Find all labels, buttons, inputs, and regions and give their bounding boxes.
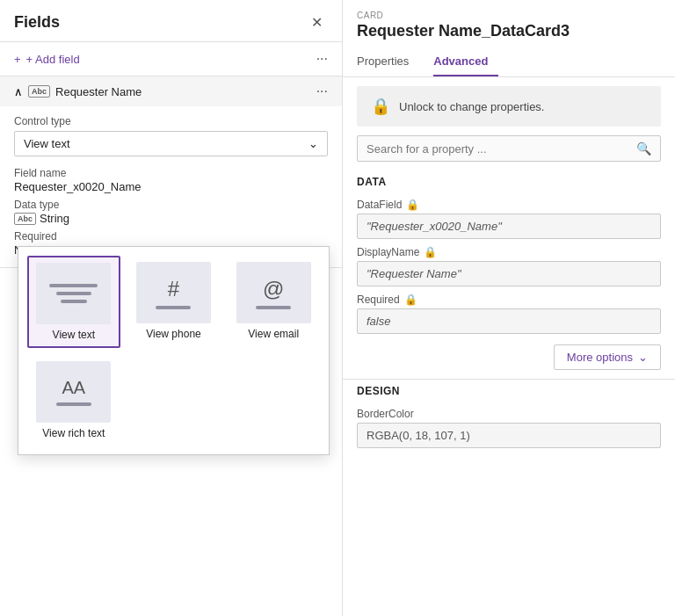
- design-section-header: DESIGN: [343, 379, 675, 402]
- picker-label-view-phone: View phone: [146, 328, 201, 340]
- data-type-key: Data type: [14, 199, 328, 211]
- picker-item-view-phone[interactable]: # View phone: [127, 256, 221, 348]
- more-options-label: More options: [567, 351, 633, 364]
- data-section-header: DATA: [343, 170, 675, 193]
- data-type-value: Abc String: [14, 212, 328, 225]
- add-field-more-button[interactable]: ···: [316, 51, 328, 67]
- richtext-char: AA: [62, 378, 85, 398]
- displayname-input: "Requester Name": [357, 261, 661, 286]
- right-panel: CARD Requester Name_DataCard3 Properties…: [343, 0, 675, 616]
- more-options-button[interactable]: More options ⌄: [554, 344, 661, 370]
- email-line: [256, 306, 291, 309]
- border-color-row: BorderColor RGBA(0, 18, 107, 1): [343, 402, 675, 450]
- email-char: @: [263, 277, 284, 301]
- datafield-row: DataField 🔒 "Requester_x0020_Name": [343, 193, 675, 241]
- border-color-label: BorderColor: [357, 408, 661, 420]
- control-type-label: Control type: [14, 115, 328, 127]
- field-name-key: Field name: [14, 167, 328, 179]
- close-button[interactable]: ✕: [306, 12, 328, 33]
- data-type-row: Data type Abc String: [14, 199, 328, 225]
- required-prop-label: Required 🔒: [357, 294, 661, 306]
- picker-icon-email: @: [236, 262, 311, 323]
- add-field-row: + + Add field ···: [0, 42, 342, 76]
- tabs-row: Properties Advanced: [343, 47, 675, 77]
- datafield-lock-icon: 🔒: [406, 199, 419, 211]
- left-panel-header: Fields ✕: [0, 0, 342, 42]
- collapse-icon[interactable]: ∧: [14, 85, 23, 98]
- datafield-label: DataField 🔒: [357, 199, 661, 211]
- card-label: CARD: [343, 0, 675, 22]
- search-icon: 🔍: [636, 141, 651, 156]
- picker-item-view-text[interactable]: View text: [27, 256, 120, 348]
- chevron-down-icon: ⌄: [308, 137, 318, 150]
- add-field-button[interactable]: + + Add field: [14, 53, 80, 66]
- search-input[interactable]: [367, 142, 629, 156]
- datafield-label-text: DataField: [357, 199, 402, 211]
- control-type-value: View text: [24, 137, 70, 150]
- unlock-banner: 🔒 Unlock to change properties.: [357, 86, 661, 127]
- abc-badge: Abc: [28, 85, 50, 98]
- required-prop-label-text: Required: [357, 294, 400, 306]
- field-section-header-left: ∧ Abc Requester Name: [14, 85, 142, 98]
- picker-item-view-rich-text[interactable]: AA View rich text: [27, 355, 120, 446]
- tab-properties[interactable]: Properties: [357, 47, 419, 76]
- displayname-label-text: DisplayName: [357, 246, 419, 258]
- displayname-lock-icon: 🔒: [424, 246, 437, 258]
- field-name-row: Field name Requester_x0020_Name: [14, 167, 328, 193]
- border-color-label-text: BorderColor: [357, 408, 414, 420]
- picker-icon-richtext: AA: [36, 361, 111, 423]
- plus-icon: +: [14, 53, 21, 66]
- line-1: [49, 284, 98, 287]
- required-lock-icon: 🔒: [404, 294, 417, 306]
- add-field-label: + Add field: [26, 53, 80, 66]
- search-box[interactable]: 🔍: [357, 135, 661, 162]
- picker-icon-phone: #: [136, 262, 211, 323]
- required-prop-row: Required 🔒 false: [343, 288, 675, 336]
- control-type-section: Control type View text ⌄: [0, 106, 342, 162]
- more-options-row: More options ⌄: [343, 336, 675, 379]
- more-options-chevron-icon: ⌄: [638, 351, 648, 364]
- phone-line: [156, 306, 191, 309]
- picker-label-view-email: View email: [248, 328, 299, 340]
- phone-char: #: [168, 277, 179, 301]
- card-title: Requester Name_DataCard3: [343, 22, 675, 47]
- lock-icon: 🔒: [371, 97, 390, 116]
- control-type-select[interactable]: View text ⌄: [14, 131, 328, 156]
- field-section: ∧ Abc Requester Name ··· Control type Vi…: [0, 76, 342, 268]
- field-name-value: Requester_x0020_Name: [14, 180, 328, 193]
- border-color-input: RGBA(0, 18, 107, 1): [357, 423, 661, 448]
- required-key: Required: [14, 230, 328, 243]
- left-panel: Fields ✕ + + Add field ··· ∧ Abc Request…: [0, 0, 343, 616]
- field-more-button[interactable]: ···: [316, 83, 328, 99]
- requester-name-label: Requester Name: [55, 85, 142, 98]
- tab-advanced[interactable]: Advanced: [433, 47, 498, 76]
- displayname-row: DisplayName 🔒 "Requester Name": [343, 241, 675, 288]
- picker-label-view-text: View text: [53, 329, 95, 341]
- picker-label-view-rich-text: View rich text: [42, 427, 105, 439]
- data-type-badge: Abc: [14, 213, 36, 225]
- displayname-label: DisplayName 🔒: [357, 246, 661, 258]
- datafield-input: "Requester_x0020_Name": [357, 214, 661, 239]
- data-type-text: String: [40, 212, 69, 225]
- field-section-header: ∧ Abc Requester Name ···: [0, 76, 342, 106]
- panel-title: Fields: [14, 13, 60, 32]
- line-2: [56, 292, 91, 295]
- picker-icon-text: [36, 263, 111, 324]
- line-3: [61, 300, 87, 303]
- required-prop-input: false: [357, 308, 661, 334]
- richtext-line: [56, 402, 91, 406]
- control-type-picker: View text # View phone @ View email AA V…: [18, 246, 330, 455]
- picker-item-view-email[interactable]: @ View email: [227, 256, 320, 348]
- unlock-text: Unlock to change properties.: [399, 100, 544, 113]
